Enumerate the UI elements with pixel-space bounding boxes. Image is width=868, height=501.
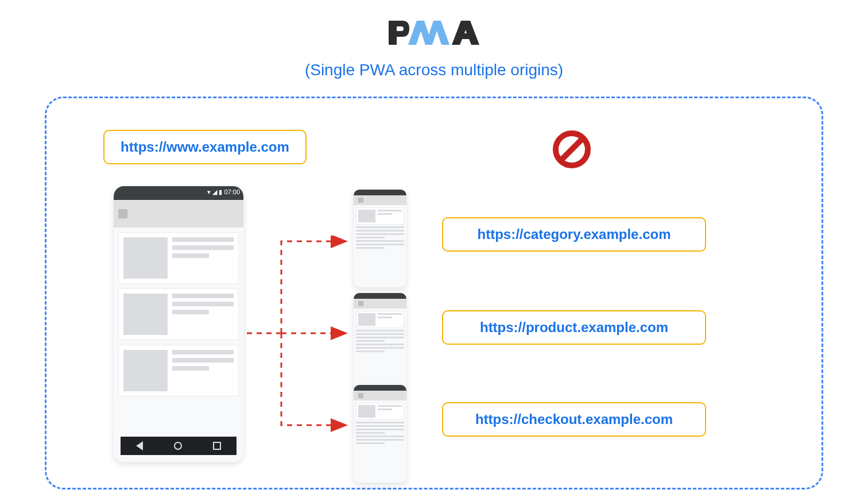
phone-statusbar: ▾ ◢ ▮ 07:00: [114, 186, 243, 200]
svg-line-1: [561, 138, 583, 160]
nav-recent-icon: [213, 442, 221, 450]
nav-home-icon: [174, 442, 182, 450]
arrows: [247, 236, 350, 442]
list-item: [118, 232, 239, 284]
phone-mockup-category: [354, 190, 406, 287]
list-item: [118, 345, 239, 396]
origin-main-label: https://www.example.com: [103, 130, 307, 164]
phone-mockup-product: [354, 293, 406, 391]
list-item: [118, 288, 239, 340]
phone-mockup-main: ▾ ◢ ▮ 07:00: [114, 186, 243, 462]
phone-header: [114, 200, 243, 228]
diagram-title: (Single PWA across multiple origins): [305, 61, 563, 79]
phone-navbar: [121, 437, 237, 455]
prohibit-icon: [551, 129, 592, 172]
origin-checkout-label: https://checkout.example.com: [442, 402, 706, 437]
origin-category-label: https://category.example.com: [442, 217, 706, 252]
nav-back-icon: [136, 441, 143, 450]
origin-product-label: https://product.example.com: [442, 310, 706, 345]
phone-status-time: 07:00: [224, 188, 240, 195]
pwa-logo: [385, 14, 483, 54]
phone-mockup-checkout: [354, 385, 406, 483]
